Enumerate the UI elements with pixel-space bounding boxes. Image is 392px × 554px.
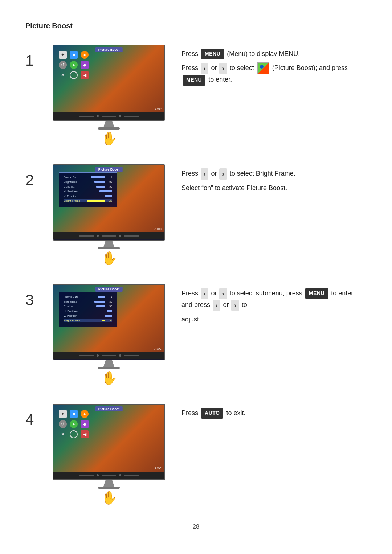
step-3-desc: Press ‹ or › to select submenu, press ME… bbox=[171, 284, 367, 328]
step-2-screen: Picture Boost Frame Size 11 Brightness bbox=[53, 165, 164, 232]
step-1-press2-text: Press bbox=[181, 64, 198, 71]
step-1-brand: AOC bbox=[154, 107, 162, 111]
icon-orange: ● bbox=[81, 51, 89, 59]
step-3-menu-panel: Frame Size 1 Brightness 80 bbox=[59, 292, 117, 327]
step-4-press-text: Press bbox=[181, 409, 198, 416]
step-2-row: 2 Picture Boost Frame Size 11 bbox=[25, 164, 367, 266]
step-2-desc: Press ‹ or › to select Bright Frame. Sel… bbox=[171, 164, 367, 196]
step4-icon-x: ✕ bbox=[59, 430, 67, 438]
step4-icon-arrow: ◀ bbox=[81, 430, 89, 438]
step-4-row: 4 Picture Boost ✦ ■ ● ↺ bbox=[25, 404, 367, 505]
step-1-picture-text: (Picture Boost); and press bbox=[272, 64, 348, 71]
step-1-monitor: Picture Boost ✦ ■ ● ↺ ● ◆ bbox=[53, 45, 165, 121]
step-4-desc-line1: Press AUTO to exit. bbox=[181, 407, 367, 419]
menu-item-framesize: Frame Size 11 bbox=[64, 176, 112, 179]
step-3-press-text: Press bbox=[181, 290, 198, 297]
step-1-chevron-left[interactable]: ‹ bbox=[201, 63, 208, 74]
step-3-or1-text: or bbox=[211, 290, 217, 297]
step-1-hand-icon: 🤚 bbox=[101, 131, 117, 146]
step-4-bottom-bar bbox=[53, 472, 164, 479]
step-3-screen: Picture Boost Frame Size 1 Brightness bbox=[53, 285, 164, 352]
icon-star: ✦ bbox=[59, 51, 67, 59]
icon-arrow: ◀ bbox=[81, 71, 89, 79]
step-2-menu-label: Picture Boost bbox=[95, 167, 123, 172]
page-container: Picture Boost 1 Picture Boost ✦ ■ ● bbox=[0, 0, 392, 554]
step-2-hand-icon: 🤚 bbox=[101, 251, 117, 266]
step-2-bottom-bar bbox=[53, 232, 164, 239]
step-2-monitor: Picture Boost Frame Size 11 Brightness bbox=[53, 164, 165, 241]
step4-icon-blue: ■ bbox=[70, 410, 78, 418]
bar-line-3 bbox=[124, 116, 139, 117]
step-3-brand: AOC bbox=[154, 347, 162, 350]
step-3-image-col: Picture Boost Frame Size 1 Brightness bbox=[47, 284, 171, 386]
icon-x: ✕ bbox=[59, 71, 67, 79]
step-2-chevron-left[interactable]: ‹ bbox=[201, 168, 208, 180]
step-3-desc-line1: Press ‹ or › to select submenu, press ME… bbox=[181, 288, 367, 311]
step-3-menu-btn[interactable]: MENU bbox=[305, 288, 328, 299]
step-4-base bbox=[98, 487, 120, 489]
step-3-chevron-right2[interactable]: › bbox=[231, 300, 239, 311]
step-2-activate-text: Select “on” to activate Picture Boost. bbox=[181, 184, 287, 192]
step-3-base bbox=[98, 367, 120, 369]
step-1-base bbox=[98, 127, 120, 130]
step-4-monitor: Picture Boost ✦ ■ ● ↺ ● ◆ bbox=[53, 404, 165, 480]
step-4-desc: Press AUTO to exit. bbox=[171, 404, 367, 422]
step-2-or-text: or bbox=[211, 170, 217, 177]
step-1-stand bbox=[103, 121, 114, 127]
step-1-number: 1 bbox=[25, 45, 47, 69]
step-1-chevron-right[interactable]: › bbox=[219, 63, 227, 74]
step-3-desc-line2: adjust. bbox=[181, 314, 367, 325]
step4-icon-circle bbox=[70, 430, 78, 438]
step-4-auto-btn[interactable]: AUTO bbox=[201, 408, 223, 419]
picture-boost-icon bbox=[257, 62, 269, 74]
step-1-menu-btn[interactable]: MENU bbox=[201, 49, 224, 59]
step3-menu-item-vpos: V. Position bbox=[64, 314, 112, 317]
step-2-bg: Picture Boost Frame Size 11 Brightness bbox=[53, 165, 164, 232]
step-3-submenu-text: to select submenu, press bbox=[230, 290, 302, 297]
icon-blue: ■ bbox=[70, 51, 78, 59]
step-4-brand: AOC bbox=[154, 467, 162, 470]
step-1-desc: Press MENU (Menu) to display MENU. Press… bbox=[171, 45, 367, 89]
step4-icon-purple: ◆ bbox=[81, 420, 89, 428]
step-1-bg: Picture Boost ✦ ■ ● ↺ ● ◆ bbox=[53, 45, 164, 112]
step-3-number: 3 bbox=[25, 284, 47, 309]
step-4-bg: Picture Boost ✦ ■ ● ↺ ● ◆ bbox=[53, 405, 164, 472]
step-2-desc-line2: Select “on” to activate Picture Boost. bbox=[181, 182, 367, 194]
step-4-number: 4 bbox=[25, 404, 47, 428]
menu-item-vposition: V. Position bbox=[64, 194, 112, 198]
step-2-chevron-right[interactable]: › bbox=[219, 168, 227, 180]
step3-menu-item-contrast: Contrast 50 bbox=[64, 305, 112, 308]
step3-menu-item-brightness: Brightness 80 bbox=[64, 300, 112, 303]
step-2-image-col: Picture Boost Frame Size 11 Brightness bbox=[47, 164, 171, 266]
step4-icon-gray: ↺ bbox=[59, 420, 67, 428]
step-3-adjust-text: adjust. bbox=[181, 316, 201, 323]
step4-icon-green: ● bbox=[70, 420, 78, 428]
step-3-chevron-left1[interactable]: ‹ bbox=[201, 288, 208, 299]
step-3-menu-label: Picture Boost bbox=[95, 287, 123, 292]
step-1-or-text: or bbox=[211, 64, 217, 71]
step-4-hand-icon: 🤚 bbox=[101, 490, 117, 505]
step3-menu-item-hpos: H. Position bbox=[64, 309, 112, 313]
menu-item-brightframe: Bright Frame ON bbox=[64, 199, 112, 202]
step-4-screen: Picture Boost ✦ ■ ● ↺ ● ◆ bbox=[53, 405, 164, 472]
step-2-select-text: to select Bright Frame. bbox=[230, 170, 295, 177]
menu-item-contrast: Contrast 50 bbox=[64, 185, 112, 188]
step-4-icons: ✦ ■ ● ↺ ● ◆ ✕ bbox=[59, 410, 102, 440]
step-2-stand bbox=[103, 241, 114, 247]
menu-item-hposition: H. Position bbox=[64, 190, 112, 193]
step-1-menu-label-text: (Menu) to display MENU. bbox=[227, 50, 300, 57]
page-title: Picture Boost bbox=[25, 22, 367, 30]
step-2-number: 2 bbox=[25, 164, 47, 189]
step-1-menu-btn2[interactable]: MENU bbox=[183, 75, 205, 86]
step3-menu-item-brightframe: Bright Frame On bbox=[64, 319, 112, 322]
step-3-chevron-right1[interactable]: › bbox=[219, 288, 227, 299]
icon-green: ● bbox=[70, 61, 78, 69]
step-1-desc-line2: Press ‹ or › to select (Picture Boost); … bbox=[181, 62, 367, 85]
step-1-bottom-bar bbox=[53, 112, 164, 120]
step-2-brand: AOC bbox=[154, 227, 162, 231]
step-3-row: 3 Picture Boost Frame Size 1 bbox=[25, 284, 367, 386]
step-3-bottom-bar bbox=[53, 352, 164, 359]
step-3-chevron-left2[interactable]: ‹ bbox=[213, 300, 220, 311]
step-2-desc-line1: Press ‹ or › to select Bright Frame. bbox=[181, 168, 367, 180]
step-1-row: 1 Picture Boost ✦ ■ ● ↺ bbox=[25, 45, 367, 146]
